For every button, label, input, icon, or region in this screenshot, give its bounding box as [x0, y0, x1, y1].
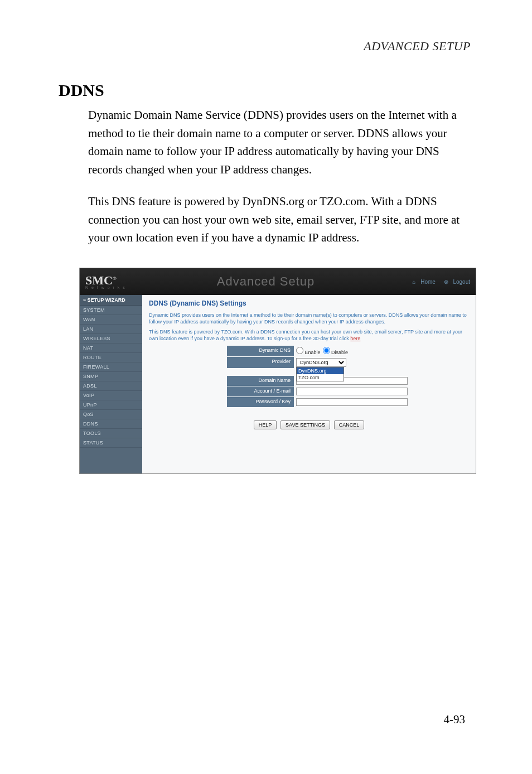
- sidebar-item-system[interactable]: SYSTEM: [80, 306, 142, 315]
- cancel-button[interactable]: CANCEL: [334, 420, 365, 429]
- sidebar-setup-wizard[interactable]: » SETUP WIZARD: [80, 295, 142, 306]
- provider-label: Provider: [227, 357, 294, 368]
- provider-option-dyndns[interactable]: DynDNS.org: [297, 367, 344, 374]
- header-title: Advanced Setup: [217, 274, 315, 289]
- sidebar-item-adsl[interactable]: ADSL: [80, 381, 142, 391]
- home-icon: ⌂: [412, 279, 415, 285]
- logout-icon: ⊗: [444, 279, 448, 285]
- logo-subtext: N e t w o r k s: [85, 286, 126, 289]
- row-provider: Provider DynDNS.org DynDNS.org TZO.com: [149, 357, 469, 368]
- sidebar-item-ddns[interactable]: DDNS: [80, 419, 142, 429]
- section-heading: DDNS: [59, 81, 104, 100]
- sidebar-item-wireless[interactable]: WIRELESS: [80, 334, 142, 344]
- sidebar-item-snmp[interactable]: SNMP: [80, 372, 142, 381]
- row-account: Account / E-mail: [149, 386, 469, 396]
- sidebar-item-firewall[interactable]: FIREWALL: [80, 362, 142, 372]
- row-password: Password / Key: [149, 397, 469, 407]
- settings-description-1: Dynamic DNS provides users on the Intern…: [149, 312, 469, 325]
- paragraph-1: Dynamic Domain Name Service (DDNS) provi…: [88, 106, 476, 178]
- sidebar-item-status[interactable]: STATUS: [80, 438, 142, 448]
- settings-description-2: This DNS feature is powered by TZO.com. …: [149, 328, 469, 342]
- router-admin-screenshot: SMC® N e t w o r k s Advanced Setup ⌂ Ho…: [79, 268, 476, 474]
- logo-block: SMC® N e t w o r k s: [85, 274, 126, 289]
- password-input[interactable]: [296, 398, 408, 406]
- disable-radio[interactable]: Disable: [323, 347, 349, 355]
- logo-text: SMC®: [85, 274, 126, 287]
- sidebar-item-voip[interactable]: VoIP: [80, 391, 142, 400]
- account-input[interactable]: [296, 388, 408, 395]
- sidebar-item-wan[interactable]: WAN: [80, 315, 142, 325]
- enable-radio[interactable]: Enable: [296, 347, 321, 355]
- sidebar-item-route[interactable]: ROUTE: [80, 353, 142, 362]
- row-dynamic-dns: Dynamic DNS Enable Disable: [149, 346, 469, 356]
- domain-name-label: Domain Name: [227, 376, 294, 386]
- sidebar-item-upnp[interactable]: UPnP: [80, 400, 142, 410]
- page-number: 4-93: [444, 713, 466, 727]
- logout-link[interactable]: ⊗ Logout: [441, 279, 470, 285]
- sidebar-item-nat[interactable]: NAT: [80, 344, 142, 353]
- sidebar-item-qos[interactable]: QoS: [80, 410, 142, 419]
- paragraph-2: This DNS feature is powered by DynDNS.or…: [88, 192, 476, 247]
- account-label: Account / E-mail: [227, 386, 294, 396]
- sidebar-nav: » SETUP WIZARD SYSTEM WAN LAN WIRELESS N…: [80, 295, 142, 473]
- password-label: Password / Key: [227, 397, 294, 407]
- settings-title: DDNS (Dynamic DNS) Settings: [149, 299, 469, 307]
- sidebar-item-tools[interactable]: TOOLS: [80, 429, 142, 438]
- button-row: HELP SAVE SETTINGS CANCEL: [149, 420, 469, 429]
- running-header: ADVANCED SETUP: [364, 39, 471, 54]
- sidebar-item-lan[interactable]: LAN: [80, 325, 142, 334]
- screenshot-header-bar: SMC® N e t w o r k s Advanced Setup ⌂ Ho…: [80, 268, 476, 295]
- main-content: DDNS (Dynamic DNS) Settings Dynamic DNS …: [142, 295, 476, 473]
- provider-select[interactable]: DynDNS.org: [296, 358, 346, 367]
- provider-option-tzo[interactable]: TZO.com: [297, 374, 344, 381]
- provider-options-list: DynDNS.org TZO.com: [296, 367, 344, 381]
- help-button[interactable]: HELP: [254, 420, 277, 429]
- save-settings-button[interactable]: SAVE SETTINGS: [280, 420, 330, 429]
- dynamic-dns-label: Dynamic DNS: [227, 346, 294, 356]
- trial-link[interactable]: here: [350, 336, 360, 341]
- home-link[interactable]: ⌂ Home: [409, 279, 436, 285]
- header-links: ⌂ Home ⊗ Logout: [405, 279, 470, 285]
